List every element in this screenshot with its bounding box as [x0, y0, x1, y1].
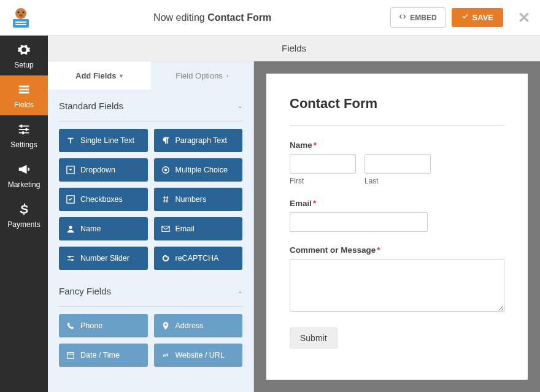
- field-email-preview[interactable]: Email*: [290, 199, 504, 232]
- field-website-url[interactable]: Website / URL: [154, 344, 243, 367]
- field-multiple-choice[interactable]: Multiple Choice: [154, 158, 243, 182]
- field-recaptcha[interactable]: reCAPTCHA: [154, 247, 243, 270]
- divider: [59, 306, 242, 307]
- svg-rect-7: [19, 86, 29, 88]
- svg-rect-15: [22, 131, 24, 134]
- sidebar-item-fields[interactable]: Fields: [0, 75, 48, 115]
- field-paragraph-text[interactable]: Paragraph Text: [154, 129, 243, 152]
- bullhorn-icon: [0, 163, 48, 178]
- editing-form-name: Contact Form: [207, 12, 271, 23]
- field-number-slider[interactable]: Number Slider: [59, 247, 148, 270]
- sidebar-item-setup[interactable]: Setup: [0, 36, 48, 75]
- group-fancy-header[interactable]: Fancy Fields ⌄: [48, 275, 253, 301]
- main-area: Fields Add Fields ▾ Field Options › S: [48, 36, 540, 392]
- caret-square-icon: [66, 166, 75, 174]
- svg-point-2: [22, 11, 24, 13]
- svg-rect-11: [19, 129, 29, 130]
- embed-button[interactable]: EMBED: [390, 7, 445, 28]
- close-icon[interactable]: ✕: [509, 9, 533, 26]
- comment-textarea[interactable]: [290, 259, 504, 312]
- chevron-down-icon: ⌄: [237, 102, 242, 109]
- field-email[interactable]: Email: [154, 217, 243, 240]
- group-title: Standard Fields: [59, 101, 123, 111]
- editing-prefix: Now editing: [153, 12, 207, 23]
- email-input[interactable]: [290, 212, 428, 232]
- comment-label: Comment or Message*: [290, 245, 504, 255]
- field-address[interactable]: Address: [154, 314, 243, 337]
- divider: [290, 125, 504, 126]
- svg-rect-5: [15, 21, 26, 23]
- submit-button[interactable]: Submit: [290, 328, 338, 348]
- divider: [59, 121, 242, 121]
- map-marker-icon: [161, 321, 170, 330]
- svg-rect-21: [161, 226, 169, 232]
- svg-point-18: [164, 169, 166, 171]
- fields-panel[interactable]: Add Fields ▾ Field Options › Standard Fi…: [48, 61, 254, 392]
- sliders-h-icon: [66, 254, 75, 263]
- paragraph-icon: [161, 136, 170, 145]
- svg-point-22: [69, 256, 71, 258]
- field-label: Address: [176, 321, 204, 330]
- field-label: Paragraph Text: [176, 136, 228, 145]
- svg-point-23: [71, 259, 74, 261]
- required-marker: *: [313, 199, 316, 208]
- sidebar-label: Fields: [14, 101, 34, 109]
- field-label: Number Slider: [80, 254, 129, 263]
- field-checkboxes[interactable]: Checkboxes: [59, 188, 148, 211]
- section-title: Fields: [282, 43, 306, 53]
- svg-rect-24: [68, 353, 74, 359]
- first-name-input[interactable]: [290, 154, 356, 174]
- last-name-input[interactable]: [364, 154, 431, 174]
- tab-label: Field Options: [176, 71, 223, 80]
- field-dropdown[interactable]: Dropdown: [59, 158, 148, 182]
- field-phone[interactable]: Phone: [59, 314, 148, 337]
- fancy-fields-grid: Phone Address Date / Time Website / URL: [48, 314, 253, 372]
- save-button[interactable]: SAVE: [452, 8, 503, 27]
- field-name-preview[interactable]: Name* First Last: [290, 140, 504, 185]
- tab-add-fields[interactable]: Add Fields ▾: [48, 61, 151, 90]
- field-label: Date / Time: [80, 351, 120, 359]
- code-icon: [399, 13, 406, 22]
- field-name[interactable]: Name: [59, 217, 148, 240]
- sidebar-nav: Setup Fields Settings Marketing Payments: [0, 36, 48, 392]
- dollar-icon: [0, 202, 48, 218]
- field-comment-preview[interactable]: Comment or Message*: [290, 245, 504, 314]
- sidebar-label: Settings: [10, 140, 37, 149]
- email-label: Email*: [290, 199, 504, 208]
- check-square-icon: [66, 195, 75, 204]
- sidebar-item-marketing[interactable]: Marketing: [0, 155, 48, 195]
- svg-rect-6: [15, 24, 26, 25]
- svg-point-3: [19, 14, 23, 17]
- svg-rect-8: [19, 89, 29, 91]
- form-preview[interactable]: Contact Form Name* First Last: [266, 74, 528, 380]
- chevron-right-icon: ›: [226, 72, 228, 79]
- required-marker: *: [377, 245, 380, 255]
- chevron-down-icon: ▾: [120, 72, 123, 79]
- field-single-line-text[interactable]: Single Line Text: [59, 129, 148, 152]
- field-label: Multiple Choice: [176, 166, 228, 174]
- svg-rect-4: [13, 19, 29, 28]
- svg-rect-14: [26, 128, 28, 131]
- group-standard-header[interactable]: Standard Fields ⌄: [48, 90, 253, 116]
- link-icon: [161, 351, 170, 359]
- hashtag-icon: [161, 195, 170, 204]
- required-marker: *: [314, 140, 317, 150]
- user-icon: [66, 225, 75, 233]
- svg-rect-9: [19, 92, 29, 94]
- field-label: Dropdown: [80, 166, 115, 174]
- envelope-icon: [161, 225, 170, 233]
- field-numbers[interactable]: Numbers: [154, 188, 243, 211]
- dot-circle-icon: [161, 166, 170, 174]
- svg-point-0: [15, 8, 26, 19]
- field-date-time[interactable]: Date / Time: [59, 344, 148, 367]
- chevron-down-icon: ⌄: [237, 288, 242, 294]
- sidebar-label: Setup: [14, 61, 33, 69]
- sidebar-item-settings[interactable]: Settings: [0, 115, 48, 155]
- gear-icon: [0, 43, 48, 58]
- page-title: Now editing Contact Form: [34, 12, 390, 23]
- top-actions: EMBED SAVE ✕: [390, 7, 533, 28]
- sidebar-label: Marketing: [8, 180, 40, 189]
- tab-field-options[interactable]: Field Options ›: [151, 61, 254, 90]
- name-label: Name*: [290, 140, 504, 150]
- sidebar-item-payments[interactable]: Payments: [0, 195, 48, 235]
